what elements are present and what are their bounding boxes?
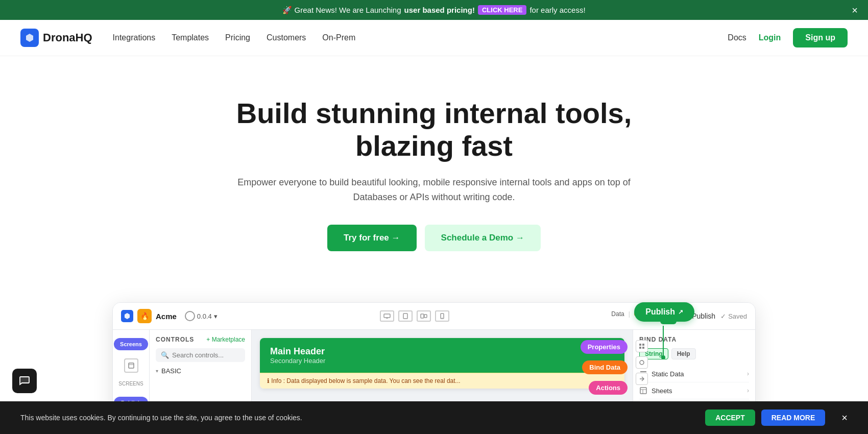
announcement-suffix: for early access! <box>529 6 585 14</box>
hero-subtext: Empower everyone to build beautiful look… <box>214 175 654 205</box>
screens-icon[interactable] <box>124 358 138 373</box>
svg-rect-2 <box>403 314 407 319</box>
static-data-label: Static Data <box>652 370 684 378</box>
app-name: Acme <box>156 312 177 321</box>
svg-rect-10 <box>642 344 644 346</box>
svg-rect-3 <box>421 314 424 318</box>
sheets-row-inner: Sheets <box>639 387 672 395</box>
try-free-button[interactable]: Try for free → <box>327 225 417 251</box>
svg-rect-7 <box>129 363 134 368</box>
canvas-info-bar: ℹ Info : Data displayed below is sample … <box>260 373 624 389</box>
svg-point-6 <box>442 318 442 318</box>
basic-label: BASIC <box>161 367 181 375</box>
chat-button[interactable] <box>12 369 37 393</box>
nav-right: Docs Login Sign up <box>728 28 848 47</box>
svg-rect-11 <box>639 347 641 349</box>
svg-rect-9 <box>639 344 641 346</box>
svg-rect-0 <box>384 314 390 318</box>
logo-icon <box>20 29 39 47</box>
version-label: 0.0.4 <box>197 312 212 320</box>
chevron-down-icon: ▾ <box>156 368 158 374</box>
docs-link[interactable]: Docs <box>728 33 746 42</box>
svg-rect-12 <box>642 347 644 349</box>
login-link[interactable]: Login <box>759 33 781 42</box>
version-badge: 0.0.4 ▾ <box>185 311 218 321</box>
version-chevron-icon: ▾ <box>214 312 218 320</box>
env-divider: | <box>629 310 630 318</box>
bind-data-tabs: String Help <box>639 348 749 359</box>
click-here-button[interactable]: CLICK HERE <box>478 5 526 15</box>
tablet-icon[interactable] <box>398 310 413 322</box>
hero-headline-line2: blazing fast <box>355 130 513 162</box>
hero-headline: Build stunning internal tools, blazing f… <box>214 97 654 163</box>
cookie-bar: This website uses cookies. By continuing… <box>0 401 868 418</box>
floating-actions-label[interactable]: Actions <box>589 381 628 395</box>
canvas-content: Main Header Secondary Header ℹ Info : Da… <box>260 338 624 389</box>
canvas-right-icon-3[interactable] <box>636 373 648 385</box>
canvas-right-icon-1[interactable] <box>636 340 648 352</box>
desktop-icon[interactable] <box>380 310 394 322</box>
nav-pricing[interactable]: Pricing <box>225 33 250 42</box>
static-data-chevron-icon: › <box>747 370 749 377</box>
schedule-demo-button[interactable]: Schedule a Demo → <box>425 225 541 251</box>
nav-customers[interactable]: Customers <box>267 33 306 42</box>
publish-connector-line <box>663 326 664 356</box>
bind-data-header: BIND DATA <box>639 336 749 343</box>
basic-section: ▾ BASIC <box>156 367 245 375</box>
canvas-right-icon-2[interactable] <box>636 356 648 369</box>
logo-text: DronaHQ <box>43 31 92 44</box>
info-icon: ℹ <box>267 377 270 384</box>
screens-button[interactable]: Screens <box>114 338 148 350</box>
preview-section: Publish ↗ 🔥 Acme 0.0.4 ▾ <box>102 302 766 418</box>
saved-check-icon: ✓ <box>720 312 726 320</box>
screens-sub-label: SCREENS <box>118 381 143 387</box>
svg-rect-4 <box>424 315 427 318</box>
svg-rect-17 <box>640 388 646 394</box>
device-icons <box>380 310 449 322</box>
announcement-bold: user based pricing! <box>404 6 475 14</box>
hero-buttons: Try for free → Schedule a Demo → <box>214 225 654 251</box>
cookie-close-button[interactable]: × <box>841 412 848 418</box>
publish-topbar-label: Publish <box>692 312 715 320</box>
navbar: DronaHQ Integrations Templates Pricing C… <box>0 20 868 56</box>
app-brand: 🔥 Acme <box>121 309 177 323</box>
hero-section: Build stunning internal tools, blazing f… <box>204 56 664 272</box>
publish-arrow-icon: ↗ <box>678 308 683 316</box>
search-icon: 🔍 <box>161 351 169 359</box>
gear-icon[interactable] <box>185 311 195 321</box>
canvas-main-header-text: Main Header <box>270 346 614 357</box>
nav-integrations[interactable]: Integrations <box>113 33 156 42</box>
floating-bind-data-label[interactable]: Bind Data <box>582 360 628 374</box>
marketplace-link[interactable]: + Marketplace <box>206 336 245 343</box>
split-icon[interactable] <box>417 310 431 322</box>
property-row-static-data: Static Data › <box>639 366 749 382</box>
controls-title: CONTROLS <box>156 336 194 343</box>
read-more-button[interactable]: READ MORE <box>761 409 826 418</box>
topbar-center <box>226 310 604 322</box>
sheets-label: Sheets <box>652 387 672 395</box>
nav-onprem[interactable]: On-Prem <box>322 33 355 42</box>
floating-properties-label[interactable]: Properties <box>581 340 628 354</box>
acme-icon: 🔥 <box>137 309 152 323</box>
search-controls-input[interactable] <box>172 351 240 359</box>
drona-icon <box>121 310 133 322</box>
canvas-right-icons <box>636 340 648 385</box>
accept-button[interactable]: ACCEPT <box>705 409 755 418</box>
logo[interactable]: DronaHQ <box>20 29 92 47</box>
property-row-sheets: Sheets › <box>639 382 749 399</box>
announcement-prefix: 🚀 Great News! We are Launching <box>282 6 401 15</box>
hero-headline-line1: Build stunning internal tools, <box>236 97 632 129</box>
nav-links: Integrations Templates Pricing Customers… <box>113 33 728 42</box>
sheets-icon <box>639 387 647 395</box>
signup-button[interactable]: Sign up <box>793 28 848 47</box>
env-label: Data <box>611 310 624 318</box>
mobile-icon[interactable] <box>435 310 449 322</box>
announcement-close-button[interactable]: × <box>852 5 858 15</box>
publish-floating-label: Publish <box>645 307 675 317</box>
nav-templates[interactable]: Templates <box>172 33 209 42</box>
bind-tab-help[interactable]: Help <box>671 348 696 359</box>
cookie-text: This website uses cookies. By continuing… <box>20 414 302 418</box>
announcement-bar: 🚀 Great News! We are Launching user base… <box>0 0 868 20</box>
canvas-info-text: Info : Data displayed below is sample da… <box>271 377 460 384</box>
svg-point-13 <box>640 360 644 365</box>
